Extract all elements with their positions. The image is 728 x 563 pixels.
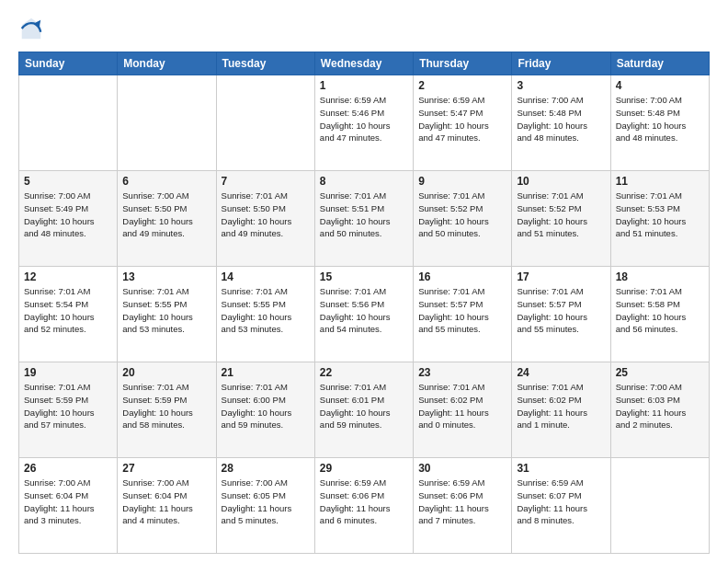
weekday-header-row: SundayMondayTuesdayWednesdayThursdayFrid… [19, 52, 710, 75]
day-cell: 27Sunrise: 7:00 AM Sunset: 6:04 PM Dayli… [118, 458, 216, 554]
day-cell [216, 75, 314, 171]
day-number: 9 [418, 175, 506, 188]
day-cell: 29Sunrise: 6:59 AM Sunset: 6:06 PM Dayli… [314, 458, 413, 554]
weekday-friday: Friday [512, 52, 610, 75]
day-number: 1 [320, 79, 408, 92]
day-number: 29 [320, 462, 408, 475]
day-cell: 12Sunrise: 7:01 AM Sunset: 5:54 PM Dayli… [19, 267, 118, 362]
day-number: 17 [517, 270, 605, 283]
day-cell: 15Sunrise: 7:01 AM Sunset: 5:56 PM Dayli… [314, 267, 413, 362]
day-info: Sunrise: 7:01 AM Sunset: 5:57 PM Dayligh… [418, 285, 506, 336]
week-row-1: 1Sunrise: 6:59 AM Sunset: 5:46 PM Daylig… [19, 75, 710, 171]
day-cell [118, 75, 216, 171]
weekday-saturday: Saturday [610, 52, 709, 75]
day-cell: 28Sunrise: 7:00 AM Sunset: 6:05 PM Dayli… [216, 458, 314, 554]
day-number: 2 [418, 79, 506, 92]
day-info: Sunrise: 6:59 AM Sunset: 6:07 PM Dayligh… [517, 477, 605, 527]
day-number: 14 [222, 270, 310, 283]
day-info: Sunrise: 7:01 AM Sunset: 6:01 PM Dayligh… [320, 381, 408, 431]
day-number: 13 [122, 270, 210, 283]
day-cell: 7Sunrise: 7:01 AM Sunset: 5:50 PM Daylig… [216, 171, 314, 267]
day-info: Sunrise: 7:01 AM Sunset: 5:58 PM Dayligh… [616, 285, 704, 336]
day-cell: 24Sunrise: 7:01 AM Sunset: 6:02 PM Dayli… [512, 362, 610, 458]
day-number: 20 [122, 366, 210, 379]
day-cell: 9Sunrise: 7:01 AM Sunset: 5:52 PM Daylig… [414, 171, 512, 267]
day-number: 23 [418, 366, 506, 379]
day-info: Sunrise: 7:00 AM Sunset: 5:49 PM Dayligh… [24, 190, 112, 240]
day-cell: 19Sunrise: 7:01 AM Sunset: 5:59 PM Dayli… [19, 362, 118, 458]
day-number: 4 [616, 79, 704, 92]
day-info: Sunrise: 7:01 AM Sunset: 6:02 PM Dayligh… [418, 381, 506, 431]
day-number: 16 [418, 270, 506, 283]
day-info: Sunrise: 7:01 AM Sunset: 5:52 PM Dayligh… [517, 190, 605, 240]
day-info: Sunrise: 7:00 AM Sunset: 5:48 PM Dayligh… [616, 94, 704, 144]
weekday-thursday: Thursday [414, 52, 512, 75]
day-info: Sunrise: 6:59 AM Sunset: 5:46 PM Dayligh… [320, 94, 408, 144]
day-info: Sunrise: 6:59 AM Sunset: 6:06 PM Dayligh… [320, 477, 408, 527]
day-number: 31 [517, 462, 605, 475]
day-number: 15 [320, 270, 408, 283]
day-cell: 3Sunrise: 7:00 AM Sunset: 5:48 PM Daylig… [512, 75, 610, 171]
day-info: Sunrise: 7:01 AM Sunset: 5:54 PM Dayligh… [24, 285, 112, 336]
page: SundayMondayTuesdayWednesdayThursdayFrid… [0, 0, 728, 563]
week-row-5: 26Sunrise: 7:00 AM Sunset: 6:04 PM Dayli… [19, 458, 710, 554]
day-cell: 1Sunrise: 6:59 AM Sunset: 5:46 PM Daylig… [314, 75, 413, 171]
day-info: Sunrise: 7:00 AM Sunset: 5:48 PM Dayligh… [517, 94, 605, 144]
day-info: Sunrise: 7:01 AM Sunset: 5:55 PM Dayligh… [122, 285, 210, 336]
day-info: Sunrise: 7:01 AM Sunset: 5:59 PM Dayligh… [24, 381, 112, 431]
day-number: 21 [222, 366, 310, 379]
day-number: 7 [222, 175, 310, 188]
day-number: 8 [320, 175, 408, 188]
logo-icon [18, 17, 44, 42]
day-number: 5 [24, 175, 112, 188]
week-row-4: 19Sunrise: 7:01 AM Sunset: 5:59 PM Dayli… [19, 362, 710, 458]
day-cell: 23Sunrise: 7:01 AM Sunset: 6:02 PM Dayli… [414, 362, 512, 458]
day-info: Sunrise: 7:01 AM Sunset: 5:57 PM Dayligh… [517, 285, 605, 336]
day-cell: 17Sunrise: 7:01 AM Sunset: 5:57 PM Dayli… [512, 267, 610, 362]
day-cell: 26Sunrise: 7:00 AM Sunset: 6:04 PM Dayli… [19, 458, 118, 554]
day-number: 10 [517, 175, 605, 188]
day-cell: 16Sunrise: 7:01 AM Sunset: 5:57 PM Dayli… [414, 267, 512, 362]
day-number: 19 [24, 366, 112, 379]
day-cell: 21Sunrise: 7:01 AM Sunset: 6:00 PM Dayli… [216, 362, 314, 458]
day-info: Sunrise: 7:01 AM Sunset: 5:55 PM Dayligh… [222, 285, 310, 336]
day-number: 25 [616, 366, 704, 379]
day-cell: 30Sunrise: 6:59 AM Sunset: 6:06 PM Dayli… [414, 458, 512, 554]
svg-marker-0 [22, 18, 41, 39]
day-number: 6 [122, 175, 210, 188]
day-number: 22 [320, 366, 408, 379]
day-info: Sunrise: 7:01 AM Sunset: 5:59 PM Dayligh… [122, 381, 210, 431]
day-cell: 18Sunrise: 7:01 AM Sunset: 5:58 PM Dayli… [610, 267, 709, 362]
day-info: Sunrise: 6:59 AM Sunset: 5:47 PM Dayligh… [418, 94, 506, 144]
week-row-2: 5Sunrise: 7:00 AM Sunset: 5:49 PM Daylig… [19, 171, 710, 267]
day-info: Sunrise: 7:00 AM Sunset: 6:04 PM Dayligh… [122, 477, 210, 527]
day-number: 18 [616, 270, 704, 283]
day-cell: 2Sunrise: 6:59 AM Sunset: 5:47 PM Daylig… [414, 75, 512, 171]
day-info: Sunrise: 7:00 AM Sunset: 6:04 PM Dayligh… [24, 477, 112, 527]
day-info: Sunrise: 7:01 AM Sunset: 5:51 PM Dayligh… [320, 190, 408, 240]
logo [18, 17, 48, 42]
header [18, 17, 710, 42]
day-cell: 11Sunrise: 7:01 AM Sunset: 5:53 PM Dayli… [610, 171, 709, 267]
day-info: Sunrise: 7:01 AM Sunset: 6:00 PM Dayligh… [222, 381, 310, 431]
day-info: Sunrise: 7:01 AM Sunset: 5:52 PM Dayligh… [418, 190, 506, 240]
weekday-sunday: Sunday [19, 52, 118, 75]
day-cell [19, 75, 118, 171]
day-cell [610, 458, 709, 554]
day-number: 28 [222, 462, 310, 475]
day-number: 11 [616, 175, 704, 188]
day-cell: 31Sunrise: 6:59 AM Sunset: 6:07 PM Dayli… [512, 458, 610, 554]
day-info: Sunrise: 7:01 AM Sunset: 5:50 PM Dayligh… [222, 190, 310, 240]
weekday-tuesday: Tuesday [216, 52, 314, 75]
day-cell: 13Sunrise: 7:01 AM Sunset: 5:55 PM Dayli… [118, 267, 216, 362]
day-info: Sunrise: 7:00 AM Sunset: 6:05 PM Dayligh… [222, 477, 310, 527]
day-info: Sunrise: 7:01 AM Sunset: 5:53 PM Dayligh… [616, 190, 704, 240]
day-info: Sunrise: 7:01 AM Sunset: 6:02 PM Dayligh… [517, 381, 605, 431]
day-cell: 22Sunrise: 7:01 AM Sunset: 6:01 PM Dayli… [314, 362, 413, 458]
day-number: 3 [517, 79, 605, 92]
day-info: Sunrise: 7:00 AM Sunset: 5:50 PM Dayligh… [122, 190, 210, 240]
day-cell: 8Sunrise: 7:01 AM Sunset: 5:51 PM Daylig… [314, 171, 413, 267]
day-cell: 20Sunrise: 7:01 AM Sunset: 5:59 PM Dayli… [118, 362, 216, 458]
day-number: 27 [122, 462, 210, 475]
calendar-table: SundayMondayTuesdayWednesdayThursdayFrid… [18, 52, 710, 554]
